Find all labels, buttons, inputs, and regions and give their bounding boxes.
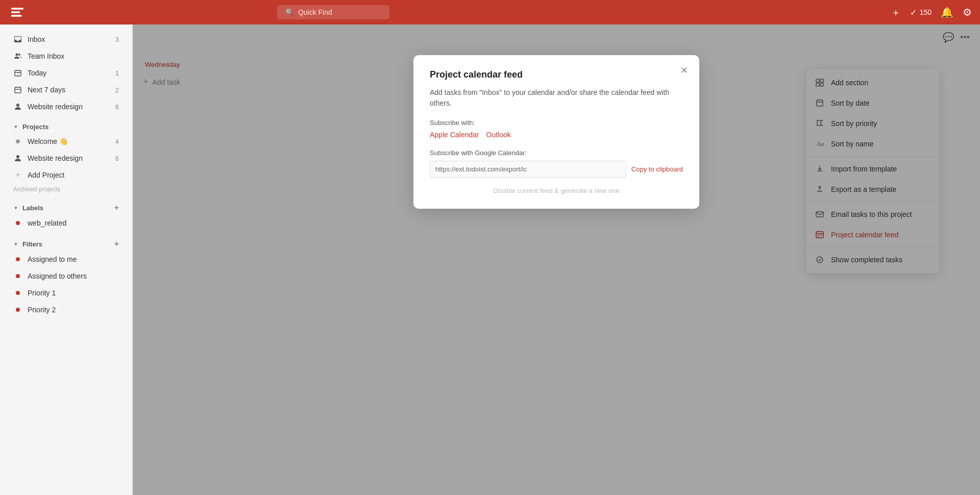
sidebar-item-priority1[interactable]: Priority 1 [4, 285, 128, 301]
filters-section-header[interactable]: ▼ Filters + [4, 235, 128, 251]
add-filter-button[interactable]: + [114, 239, 119, 249]
svg-text:1: 1 [17, 73, 19, 76]
project-calendar-feed-modal: ✕ Project calendar feed Add tasks from "… [413, 55, 699, 209]
svg-rect-0 [11, 8, 24, 10]
sidebar-item-website-redesign[interactable]: Website redesign 6 [4, 98, 128, 115]
projects-section-label: Projects [22, 123, 119, 131]
sidebar-item-next7[interactable]: Next 7 days 2 [4, 82, 128, 98]
sidebar-item-welcome[interactable]: Welcome 👋 4 [4, 133, 128, 150]
search-label: Quick Find [298, 8, 332, 16]
modal-title: Project calendar feed [430, 69, 683, 80]
filter-dot-4-icon [13, 305, 22, 314]
add-project-icon: + [13, 170, 22, 180]
svg-point-8 [16, 104, 19, 107]
quick-find-button[interactable]: 🔍 Quick Find [277, 5, 389, 19]
welcome-label: Welcome 👋 [28, 137, 110, 145]
next7-icon [13, 85, 22, 94]
inbox-icon [13, 35, 22, 44]
calendar-url-input[interactable] [430, 161, 626, 178]
sidebar: Inbox 3 Team Inbox 1 Today 1 Next 7 days… [0, 24, 133, 495]
sidebar-item-assigned-me[interactable]: Assigned to me [4, 251, 128, 267]
sidebar-item-website-redesign-2[interactable]: Website redesign 6 [4, 150, 128, 166]
copy-to-clipboard-button[interactable]: Copy to clipboard [631, 165, 683, 173]
next7-count: 2 [115, 86, 119, 94]
assigned-others-label: Assigned to others [28, 272, 119, 280]
welcome-count: 4 [115, 138, 119, 145]
website-redesign-2-label: Website redesign [28, 154, 110, 162]
sidebar-item-assigned-others[interactable]: Assigned to others [4, 268, 128, 284]
outlook-link[interactable]: Outlook [486, 131, 511, 139]
disable-feed-link[interactable]: Disable current feed & generate a new on… [430, 187, 683, 194]
filter-dot-1-icon [13, 255, 22, 264]
svg-point-10 [16, 155, 19, 158]
modal-close-button[interactable]: ✕ [677, 63, 691, 78]
website-redesign-2-count: 6 [115, 155, 119, 162]
svg-point-14 [16, 291, 20, 295]
settings-icon[interactable]: ⚙ [963, 6, 972, 18]
topbar-actions: ＋ ✓ 150 🔔 ⚙ [891, 6, 972, 19]
labels-section-header[interactable]: ▼ Labels + [4, 199, 128, 214]
svg-point-13 [16, 274, 20, 278]
labels-chevron-icon: ▼ [13, 205, 18, 211]
modal-calendar-links: Apple Calendar Outlook [430, 131, 683, 139]
add-project-label: Add Project [28, 171, 119, 179]
priority2-label: Priority 2 [28, 306, 119, 314]
topbar: 🔍 Quick Find ＋ ✓ 150 🔔 ⚙ [0, 0, 980, 24]
filter-dot-2-icon [13, 271, 22, 281]
inbox-count: 3 [115, 36, 119, 43]
modal-google-calendar-label: Subscribe with Google Calendar: [430, 149, 683, 157]
svg-point-12 [16, 257, 20, 261]
team-inbox-icon [13, 52, 22, 61]
karma-display: ✓ 150 [910, 8, 932, 17]
main-layout: Inbox 3 Team Inbox 1 Today 1 Next 7 days… [0, 24, 980, 495]
modal-subscribe-label: Subscribe with: [430, 119, 683, 127]
sidebar-item-team-inbox[interactable]: Team Inbox [4, 48, 128, 64]
filters-chevron-icon: ▼ [13, 241, 18, 247]
projects-chevron-icon: ▼ [13, 124, 18, 130]
sidebar-item-inbox[interactable]: Inbox 3 [4, 31, 128, 47]
labels-section-label: Labels [22, 204, 110, 212]
today-count: 1 [115, 69, 119, 77]
sidebar-item-priority2[interactable]: Priority 2 [4, 302, 128, 318]
svg-rect-2 [11, 15, 22, 17]
dot-icon [13, 137, 22, 146]
sidebar-item-today[interactable]: 1 Today 1 [4, 65, 128, 81]
modal-description: Add tasks from "Inbox" to your calendar … [430, 87, 683, 109]
karma-count: 150 [920, 8, 932, 16]
svg-rect-1 [11, 11, 20, 13]
label-dot-icon [13, 218, 22, 228]
apple-calendar-link[interactable]: Apple Calendar [430, 131, 479, 139]
svg-point-9 [16, 139, 20, 143]
web-related-label: web_related [28, 219, 119, 227]
svg-point-3 [16, 54, 18, 56]
add-task-icon[interactable]: ＋ [891, 6, 901, 19]
person2-icon [13, 154, 22, 163]
team-inbox-label: Team Inbox [28, 52, 119, 60]
website-redesign-label: Website redesign [28, 103, 110, 111]
assigned-me-label: Assigned to me [28, 255, 119, 263]
filter-dot-3-icon [13, 288, 22, 298]
sidebar-item-web-related[interactable]: web_related [4, 215, 128, 231]
logo[interactable] [8, 3, 27, 21]
modal-google-row: Copy to clipboard [430, 161, 683, 178]
archived-label: Archived projects [0, 184, 132, 195]
notifications-icon[interactable]: 🔔 [941, 6, 953, 18]
svg-point-11 [16, 221, 20, 225]
svg-rect-7 [15, 87, 21, 93]
content-area: 💬 ••• Wednesday + Add task Add section [133, 24, 980, 495]
inbox-label: Inbox [28, 35, 110, 43]
filters-section-label: Filters [22, 240, 110, 248]
add-project-button[interactable]: + Add Project [4, 167, 128, 183]
svg-point-4 [18, 54, 20, 56]
modal-overlay[interactable]: ✕ Project calendar feed Add tasks from "… [133, 24, 980, 495]
today-label: Today [28, 69, 110, 77]
website-redesign-count: 6 [115, 103, 119, 111]
svg-point-15 [16, 308, 20, 312]
add-label-button[interactable]: + [114, 203, 119, 212]
projects-section-header[interactable]: ▼ Projects [4, 119, 128, 133]
today-icon: 1 [13, 68, 22, 78]
check-icon: ✓ [910, 8, 917, 17]
next7-label: Next 7 days [28, 86, 110, 94]
priority1-label: Priority 1 [28, 289, 119, 297]
person-icon [13, 102, 22, 111]
